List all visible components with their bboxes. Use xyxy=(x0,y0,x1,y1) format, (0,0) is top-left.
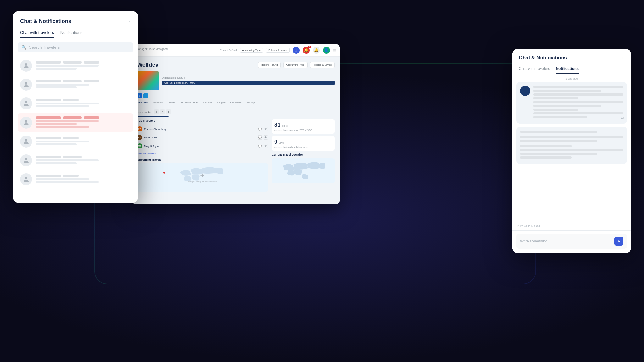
item-icon-1: ✈ xyxy=(154,109,159,114)
org-id-label: Organization ID: 294 xyxy=(162,76,335,79)
chat-item-5[interactable] xyxy=(18,132,133,151)
traveler-name-2: Peter muller xyxy=(144,136,256,139)
chat-avatar-1 xyxy=(20,60,32,72)
chat-msg-bar-5a xyxy=(36,141,89,142)
user-icon-btn[interactable]: 👤 xyxy=(323,47,330,54)
tab-budgets[interactable]: Budgets xyxy=(217,101,226,106)
traveler-eye-3[interactable]: 👁 xyxy=(264,144,268,148)
chat-name-bar-7b xyxy=(63,175,79,177)
upcoming-travels-title: Upcoming Travels xyxy=(137,158,268,161)
accounting-type-btn[interactable]: Accounting Type xyxy=(240,48,263,53)
chat-item-7[interactable] xyxy=(18,170,133,188)
send-button[interactable]: ➤ xyxy=(614,237,623,246)
chat-item-1[interactable] xyxy=(18,57,133,75)
view-all-travelers[interactable]: View all travelers xyxy=(137,152,268,155)
current-travel-title: Current Travel Location xyxy=(272,153,335,156)
tab-invoices[interactable]: Invoices xyxy=(203,101,212,106)
top-travelers-title: Top Travelers xyxy=(137,119,268,122)
svg-point-1 xyxy=(25,82,27,85)
traveler-chat-2[interactable]: 💬 xyxy=(258,135,262,140)
tab-orders[interactable]: Orders xyxy=(168,101,175,106)
tab-travelers[interactable]: Travelers xyxy=(153,101,163,106)
dashboard-content: Welldev Record Refund Accounting Type Po… xyxy=(132,57,340,197)
chat-name-bar-7a xyxy=(36,175,61,177)
policies-levels-btn[interactable]: Policies & Levels xyxy=(266,48,289,53)
chat-avatar-3 xyxy=(20,97,32,109)
reply-icon-1[interactable]: ↩ xyxy=(621,116,624,120)
traveler-chat-1[interactable]: 💬 xyxy=(258,127,262,131)
chat-name-bar-4c xyxy=(84,116,99,119)
write-something-placeholder: Write something... xyxy=(520,239,612,243)
chat-msg-bar-1a xyxy=(36,65,99,67)
stat1-unit: Times xyxy=(282,125,288,127)
notification-area: i ↩ xyxy=(512,82,631,223)
tab-comments[interactable]: Comments xyxy=(230,101,243,106)
notif-avatar-1: i xyxy=(520,86,530,96)
left-tab-chat[interactable]: Chat with travelers xyxy=(20,28,54,38)
items-progress-bar xyxy=(137,116,169,117)
traveler-chat-3[interactable]: 💬 xyxy=(258,144,262,148)
bell-icon-btn[interactable]: 🔔 xyxy=(313,47,320,54)
right-panel-tabs: Chat with travelers Notifications xyxy=(512,61,631,74)
rp-input-area: Write something... ➤ xyxy=(512,230,631,253)
notif-line-2d xyxy=(520,145,572,147)
tab-overview[interactable]: Overview xyxy=(137,101,148,106)
traveler-eye-1[interactable]: 👁 xyxy=(264,127,268,131)
grid-icon-btn[interactable]: ⊞ xyxy=(293,47,300,54)
stat1-number: 81 xyxy=(274,122,280,128)
chat-item-4[interactable] xyxy=(18,113,133,132)
notif-line-1g xyxy=(533,109,578,111)
notif-line-2b xyxy=(520,136,623,138)
twitter-icon[interactable]: t xyxy=(143,93,148,98)
chat-msg-bar-4c xyxy=(36,126,89,128)
notif-line-1a xyxy=(533,86,623,88)
accounting-btn[interactable]: Accounting Type xyxy=(283,62,308,68)
chat-item-6[interactable] xyxy=(18,151,133,170)
right-tab-chat[interactable]: Chat with travelers xyxy=(519,64,550,74)
items-booked-label: Items booked xyxy=(137,111,152,114)
chat-avatar-4 xyxy=(20,117,32,129)
chat-item-2[interactable] xyxy=(18,75,133,94)
chat-avatar-5 xyxy=(20,136,32,148)
notif-line-2c xyxy=(520,140,597,142)
left-panel-arrow[interactable]: → xyxy=(125,18,131,25)
notification-card-2 xyxy=(516,127,627,164)
chat-name-bar-3a xyxy=(36,99,61,101)
notification-card-1: i ↩ xyxy=(516,82,627,124)
tab-corporate-codes[interactable]: Corporate Codes xyxy=(180,101,199,106)
search-bar[interactable]: 🔍 Search Travelers xyxy=(18,42,133,52)
tab-history[interactable]: History xyxy=(247,101,255,106)
right-panel-arrow[interactable]: → xyxy=(619,55,625,61)
record-refund-btn[interactable]: Record Refund xyxy=(258,62,281,68)
svg-point-3 xyxy=(25,120,27,123)
menu-dots[interactable]: ≡ xyxy=(333,47,336,53)
svg-point-0 xyxy=(25,63,27,66)
traveler-row-1: PC Pramee Chowdhury 💬 👁 xyxy=(137,125,268,133)
chat-msg-bar-6a xyxy=(36,159,99,161)
notif-line-2a xyxy=(520,131,597,133)
stat-card-2: 0 Days Average booking time before trave… xyxy=(272,136,335,151)
traveler-name-3: Mary K Taylor xyxy=(144,145,256,148)
right-tab-notifications[interactable]: Notifications xyxy=(556,64,579,74)
upcoming-travels-map: ✈ No upcoming travels available xyxy=(137,163,268,192)
chat-msg-bar-1b xyxy=(36,68,77,70)
left-panel-tabs: Chat with travelers Notifications xyxy=(13,25,138,38)
stat2-unit: Days xyxy=(279,142,284,144)
traveler-row-3: MT Mary K Taylor 💬 👁 xyxy=(137,142,268,150)
chat-name-bar-1b xyxy=(63,61,82,64)
traveler-eye-2[interactable]: 👁 xyxy=(264,135,268,140)
item-icon-2: ✕ xyxy=(160,109,165,114)
left-panel-title: Chat & Notifications xyxy=(20,18,71,25)
notif-line-1c xyxy=(533,93,623,96)
policies-btn[interactable]: Policies & Levels xyxy=(310,62,335,68)
chat-msg-bar-2b xyxy=(36,86,77,88)
search-travelers-placeholder: Search Travelers xyxy=(29,45,60,50)
chat-name-bar-5a xyxy=(36,137,61,139)
svg-point-5 xyxy=(25,158,27,160)
record-refund-link[interactable]: Record Refund xyxy=(220,49,237,52)
chat-item-3[interactable] xyxy=(18,94,133,113)
chat-name-bar-2a xyxy=(36,80,61,82)
chat-name-bar-1a xyxy=(36,61,61,64)
left-tab-notifications[interactable]: Notifications xyxy=(60,28,83,38)
svg-point-6 xyxy=(25,177,27,179)
